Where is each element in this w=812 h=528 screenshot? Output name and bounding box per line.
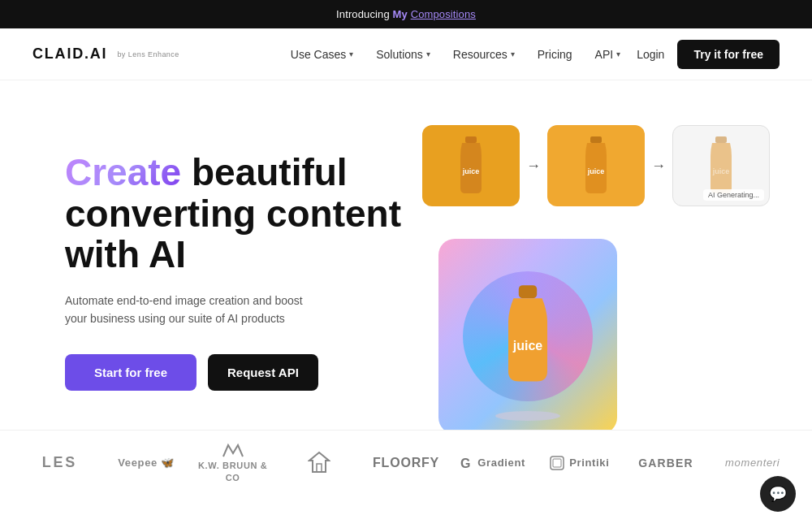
nav-item-resources[interactable]: Resources ▾ [453,48,515,61]
brand-gradient: G Gradient [449,431,536,495]
brand-freshhouse-label [308,451,330,475]
banner-highlight: My [393,8,408,20]
svg-text:juice: juice [712,167,730,175]
svg-text:juice: juice [512,339,543,353]
banner-text-before: Introducing [336,8,393,20]
juice-bottle-icon-2: juice [576,133,616,198]
try-free-button[interactable]: Try it for free [677,40,780,69]
brand-garber: GARBER [623,431,710,495]
login-link[interactable]: Login [637,48,664,61]
product-image-row: juice → juice → juice AI Gene [422,125,770,206]
nav-item-solutions[interactable]: Solutions ▾ [376,48,430,61]
kwbruun-icon [222,442,244,458]
product-image-1: juice [422,125,520,206]
svg-text:G: G [460,457,471,470]
hero-section: Create beautifulconverting contentwith A… [0,80,812,430]
nav-item-pricing[interactable]: Pricing [538,48,572,61]
brand-garber-label: GARBER [638,457,693,470]
hero-subtitle: Automate end-to-end image creation and b… [65,292,325,328]
hero-title: Create beautifulconverting contentwith A… [65,152,406,275]
arrow-icon-1: → [526,158,541,175]
svg-rect-0 [465,136,477,143]
nav-link-api[interactable]: API ▾ [595,48,621,61]
logo-subtitle: by Lens Enhance [117,50,179,58]
brand-les: LES [16,431,103,495]
brand-momenteri-label: momenteri [725,457,780,469]
brand-floorfy-label: FLOORFY [373,456,439,470]
svg-rect-2 [590,136,602,143]
banner-link[interactable]: Compositions [411,8,476,20]
freshhouse-icon [308,451,330,474]
nav-links: Use Cases ▾ Solutions ▾ Resources ▾ Pric… [291,48,620,61]
chevron-down-icon: ▾ [349,50,353,58]
brand-veepee: Veepee 🦋 [103,431,190,495]
logo-wrap: CLAID.AI by Lens Enhance [32,45,179,63]
svg-rect-4 [715,136,727,143]
svg-rect-9 [317,464,322,472]
product-image-2: juice [547,125,645,206]
bottle-large: juice [495,282,560,391]
juice-bottle-large-icon: juice [495,282,560,387]
nav-link-pricing[interactable]: Pricing [538,48,572,61]
brand-veepee-label: Veepee 🦋 [118,457,175,469]
arrow-icon-2: → [651,158,666,175]
svg-text:juice: juice [462,167,480,175]
juice-bottle-icon-1: juice [451,133,491,198]
brand-kwbruun-label: K.W. BRUUN & CO [189,442,276,483]
logo: CLAID.AI [32,45,107,63]
svg-rect-6 [519,285,537,298]
product-large-image: juice [438,239,617,430]
svg-rect-12 [553,459,561,467]
printiki-icon [549,455,565,471]
main-nav: CLAID.AI by Lens Enhance Use Cases ▾ Sol… [0,28,812,80]
svg-rect-11 [551,457,564,470]
product-large-inner: juice [438,239,617,430]
nav-link-solutions[interactable]: Solutions ▾ [376,48,430,61]
announcement-banner: Introducing My Compositions [0,0,812,28]
brand-freshhouse [276,431,363,495]
brand-kwbruun: K.W. BRUUN & CO [189,431,276,495]
juice-bottle-icon-3: juice [701,133,741,198]
hero-buttons: Start for free Request API [65,354,406,391]
brands-strip: LES Veepee 🦋 K.W. BRUUN & CO FLOORFY G G… [0,430,812,495]
hero-visual: juice → juice → juice AI Gene [406,109,747,430]
chat-button[interactable]: 💬 [760,476,796,512]
product-image-3: juice AI Generating... [672,125,770,206]
hero-text-block: Create beautifulconverting contentwith A… [65,152,406,391]
nav-item-api[interactable]: API ▾ [595,48,621,61]
chat-icon: 💬 [769,485,787,503]
hero-title-gradient: Create [65,151,181,193]
pedestal-decoration [495,411,560,421]
brand-printiki: Printiki [536,431,623,495]
nav-link-use-cases[interactable]: Use Cases ▾ [291,48,353,61]
gradient-g-icon: G [460,456,474,470]
svg-text:juice: juice [587,167,605,175]
brand-les-label: LES [42,454,77,471]
svg-marker-8 [309,452,329,472]
brand-gradient-label: G Gradient [460,456,525,470]
nav-item-use-cases[interactable]: Use Cases ▾ [291,48,353,61]
brand-printiki-label: Printiki [549,455,609,471]
request-api-button[interactable]: Request API [208,354,318,391]
brand-floorfy: FLOORFY [363,431,450,495]
start-free-button[interactable]: Start for free [65,354,197,391]
ai-generating-badge: AI Generating... [703,189,764,201]
nav-link-resources[interactable]: Resources ▾ [453,48,515,61]
chevron-down-icon: ▾ [616,50,620,58]
chevron-down-icon: ▾ [511,50,515,58]
chevron-down-icon: ▾ [426,50,430,58]
